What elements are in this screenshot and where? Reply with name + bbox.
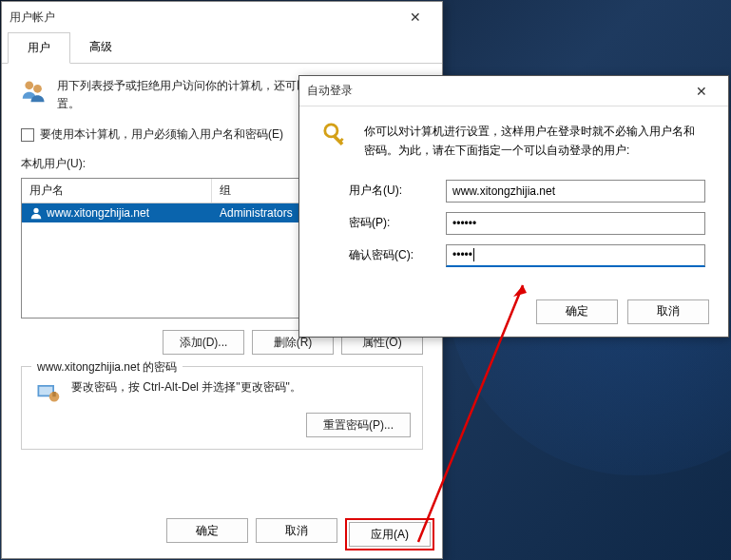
titlebar: 用户帐户 ✕	[2, 2, 442, 32]
password-help-text: 要改密码，按 Ctrl-Alt-Del 并选择"更改密码"。	[71, 378, 301, 396]
username-input[interactable]	[446, 180, 705, 203]
apply-button[interactable]: 应用(A)	[349, 522, 431, 547]
confirm-password-label: 确认密码(C):	[322, 247, 446, 263]
key-icon	[322, 122, 351, 150]
window-title: 用户帐户	[10, 10, 55, 26]
users-icon	[21, 77, 48, 104]
svg-point-1	[33, 85, 42, 93]
fieldset-legend: www.xitongzhijia.net 的密码	[31, 359, 183, 376]
password-input[interactable]	[446, 212, 705, 235]
cell-user: www.xitongzhijia.net	[47, 206, 149, 220]
tabs: 用户 高级	[2, 32, 442, 64]
ok-button[interactable]: 确定	[536, 299, 618, 324]
col-username[interactable]: 用户名	[22, 179, 212, 203]
close-button[interactable]: ✕	[396, 4, 434, 30]
confirm-password-input[interactable]: •••••	[446, 244, 705, 267]
tab-advanced[interactable]: 高级	[70, 32, 131, 63]
cancel-button[interactable]: 取消	[627, 299, 709, 324]
cancel-button[interactable]: 取消	[256, 518, 337, 543]
dialog-description: 你可以对计算机进行设置，这样用户在登录时就不必输入用户名和密码。为此，请在下面指…	[364, 122, 705, 161]
close-button[interactable]: ✕	[683, 78, 721, 105]
password-label: 密码(P):	[322, 215, 446, 231]
svg-point-2	[33, 208, 38, 213]
svg-rect-6	[52, 392, 56, 396]
require-password-label: 要使用本计算机，用户必须输入用户名和密码(E)	[40, 126, 283, 143]
user-icon	[29, 206, 43, 220]
apply-highlight: 应用(A)	[345, 518, 434, 550]
add-button[interactable]: 添加(D)...	[163, 330, 244, 355]
password-fieldset: www.xitongzhijia.net 的密码 要改密码，按 Ctrl-Alt…	[21, 366, 423, 450]
auto-login-dialog: 自动登录 ✕ 你可以对计算机进行设置，这样用户在登录时就不必输入用户名和密码。为…	[298, 75, 729, 338]
svg-point-0	[25, 81, 33, 89]
username-label: 用户名(U):	[322, 183, 446, 199]
require-password-checkbox[interactable]	[21, 128, 34, 142]
titlebar: 自动登录 ✕	[299, 76, 728, 106]
tab-users[interactable]: 用户	[8, 32, 70, 64]
reset-password-button[interactable]: 重置密码(P)...	[306, 413, 411, 437]
ok-button[interactable]: 确定	[166, 518, 248, 543]
dialog-title: 自动登录	[307, 83, 353, 99]
password-icon	[33, 378, 62, 405]
